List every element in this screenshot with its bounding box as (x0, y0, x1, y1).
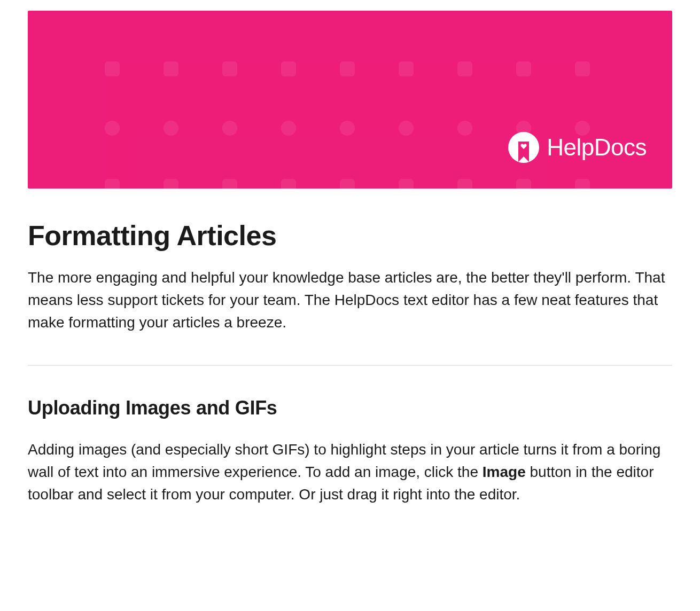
article-intro: The more engaging and helpful your knowl… (28, 267, 672, 334)
section-divider (28, 365, 672, 366)
svg-rect-24 (457, 179, 472, 189)
svg-rect-21 (281, 179, 296, 189)
svg-rect-20 (222, 179, 237, 189)
svg-rect-23 (399, 179, 414, 189)
svg-rect-5 (399, 61, 414, 76)
svg-rect-0 (105, 61, 120, 76)
article-container: HelpDocs Formatting Articles The more en… (0, 0, 700, 527)
hero-banner: HelpDocs (28, 11, 672, 189)
svg-rect-1 (164, 61, 178, 76)
helpdocs-logo-icon (508, 132, 539, 163)
svg-rect-4 (340, 61, 355, 76)
svg-point-15 (457, 121, 472, 136)
article-title: Formatting Articles (28, 220, 672, 252)
svg-rect-2 (222, 61, 237, 76)
svg-rect-6 (457, 61, 472, 76)
brand-name: HelpDocs (547, 134, 647, 161)
section-heading-uploading: Uploading Images and GIFs (28, 397, 672, 419)
svg-rect-26 (575, 179, 590, 189)
svg-rect-25 (516, 179, 531, 189)
svg-point-12 (281, 121, 296, 136)
svg-rect-18 (105, 179, 120, 189)
svg-rect-3 (281, 61, 296, 76)
section-body-uploading: Adding images (and especially short GIFs… (28, 438, 672, 506)
svg-point-11 (222, 121, 237, 136)
svg-point-9 (105, 121, 120, 136)
svg-rect-22 (340, 179, 355, 189)
brand-logo: HelpDocs (508, 132, 647, 163)
body-text-bold: Image (483, 464, 526, 480)
svg-point-13 (340, 121, 355, 136)
svg-point-10 (164, 121, 178, 136)
svg-rect-8 (575, 61, 590, 76)
svg-rect-19 (164, 179, 178, 189)
svg-point-14 (399, 121, 414, 136)
svg-rect-7 (516, 61, 531, 76)
